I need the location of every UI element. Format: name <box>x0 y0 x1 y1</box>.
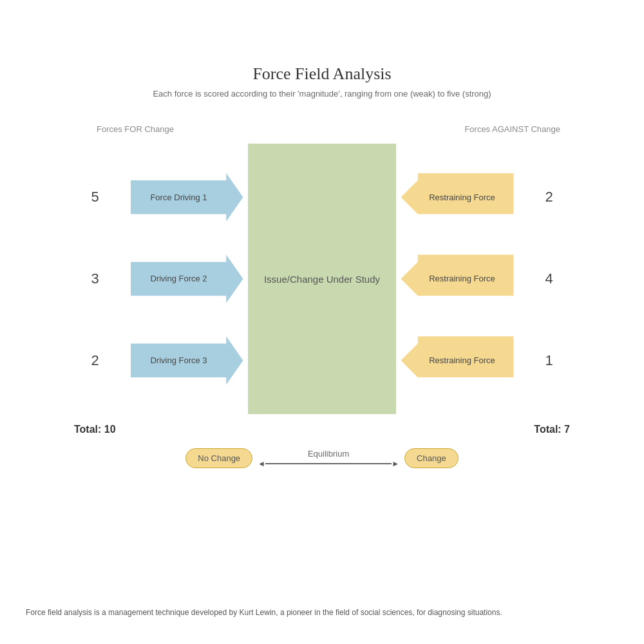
restraining-arrow-shape-1: Restraining Force <box>401 173 514 222</box>
driving-arrow-2: Driving Force 2 <box>126 250 248 308</box>
restraining-arrow-shape-3: Restraining Force <box>401 336 514 384</box>
equilibrium-label: Equilibrium <box>308 449 349 459</box>
main-title: Force Field Analysis <box>39 64 605 84</box>
driving-label-1: Force Driving 1 <box>150 193 210 202</box>
restraining-score-1: 2 <box>545 189 553 205</box>
center-label: Issue/Change Under Study <box>258 267 386 291</box>
total-right: Total: 7 <box>534 424 570 435</box>
restraining-arrow-3: Restraining Force <box>396 332 518 390</box>
footer-text: Force field analysis is a management tec… <box>26 607 618 618</box>
diagram-area: Forces FOR Change Forces AGAINST Change … <box>39 124 605 468</box>
right-arrowhead: ► <box>392 460 399 468</box>
left-column-label: Forces FOR Change <box>97 124 174 134</box>
driving-label-3: Driving Force 3 <box>150 355 210 365</box>
driving-score-2: 3 <box>91 270 99 287</box>
bottom-section: Total: 10 Total: 7 No Change Equilibrium… <box>39 424 605 468</box>
subtitle: Each force is scored according to their … <box>39 89 605 99</box>
restraining-forces: Restraining Force Restraining Force Rest… <box>396 144 531 414</box>
left-scores: 5 3 2 <box>77 144 113 414</box>
driving-arrow-shape-1: Force Driving 1 <box>131 173 243 222</box>
total-left: Total: 10 <box>74 424 116 435</box>
restraining-label-1: Restraining Force <box>429 193 498 202</box>
no-change-oval[interactable]: No Change <box>185 448 252 468</box>
restraining-arrow-1: Restraining Force <box>396 168 518 226</box>
left-arrowhead: ◄ <box>258 460 265 468</box>
right-column-label: Forces AGAINST Change <box>464 124 560 134</box>
restraining-label-3: Restraining Force <box>429 355 498 365</box>
restraining-label-2: Restraining Force <box>429 274 498 283</box>
page: Force Field Analysis Each force is score… <box>0 0 644 644</box>
equilibrium-arrows: ◄ ► <box>258 460 399 468</box>
change-oval[interactable]: Change <box>404 448 459 468</box>
center-column: Issue/Change Under Study <box>248 144 396 414</box>
column-labels: Forces FOR Change Forces AGAINST Change <box>39 124 605 134</box>
driving-arrow-3: Driving Force 3 <box>126 332 248 390</box>
driving-score-1: 5 <box>91 189 99 205</box>
forces-container: 5 3 2 Force Driving 1 Driving Force 2 <box>39 144 605 414</box>
h-line <box>265 463 392 464</box>
restraining-score-3: 1 <box>545 352 553 369</box>
equilibrium-row: No Change Equilibrium ◄ ► Change <box>39 448 605 468</box>
driving-score-3: 2 <box>91 352 99 369</box>
eq-wrapper: No Change Equilibrium ◄ ► Change <box>185 448 458 468</box>
driving-arrow-shape-2: Driving Force 2 <box>131 254 243 303</box>
right-scores: 2 4 1 <box>531 144 567 414</box>
restraining-arrow-2: Restraining Force <box>396 250 518 308</box>
title-section: Force Field Analysis Each force is score… <box>39 64 605 99</box>
restraining-arrow-shape-2: Restraining Force <box>401 254 514 303</box>
totals-row: Total: 10 Total: 7 <box>39 424 605 435</box>
driving-arrow-shape-3: Driving Force 3 <box>131 336 243 384</box>
driving-label-2: Driving Force 2 <box>150 274 210 283</box>
driving-forces: Force Driving 1 Driving Force 2 Driving … <box>113 144 248 414</box>
driving-arrow-1: Force Driving 1 <box>126 168 248 226</box>
equilibrium-line-wrap: Equilibrium ◄ ► <box>258 449 399 468</box>
restraining-score-2: 4 <box>545 270 553 287</box>
